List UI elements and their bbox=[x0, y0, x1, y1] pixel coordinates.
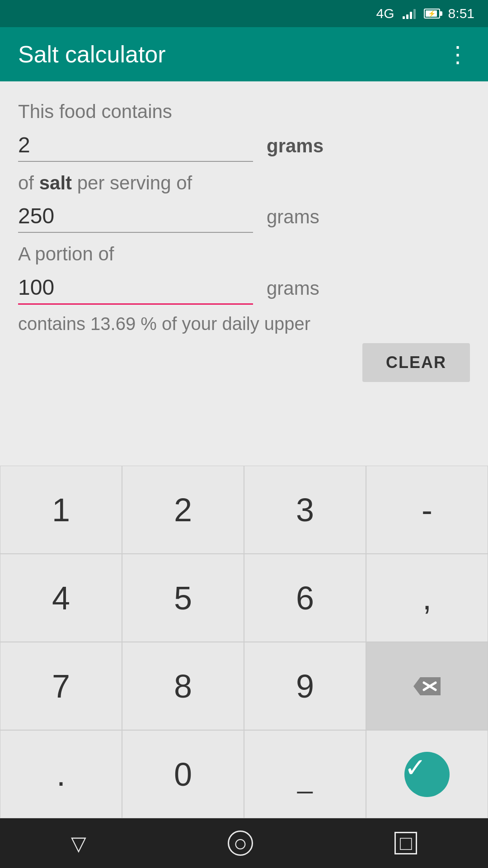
signal-label: 4G bbox=[376, 6, 394, 21]
portion-value-input[interactable] bbox=[18, 271, 253, 305]
main-content: This food contains grams of salt per ser… bbox=[0, 81, 488, 466]
key-comma[interactable]: , bbox=[366, 554, 488, 642]
salt-serving-label: of salt per serving of bbox=[18, 171, 470, 196]
signal-icon bbox=[403, 8, 416, 19]
portion-label: A portion of bbox=[18, 242, 470, 267]
key-0[interactable]: 0 bbox=[122, 730, 244, 818]
key-8[interactable]: 8 bbox=[122, 642, 244, 730]
intro-text: This food contains bbox=[18, 99, 470, 124]
clear-row: CLEAR bbox=[18, 343, 470, 382]
key-minus[interactable]: - bbox=[366, 466, 488, 554]
back-button[interactable]: ▽ bbox=[71, 832, 86, 855]
serving-unit-label: grams bbox=[267, 206, 319, 228]
key-confirm[interactable]: ✓ bbox=[404, 752, 450, 797]
key-7[interactable]: 7 bbox=[0, 642, 122, 730]
svg-marker-0 bbox=[413, 677, 441, 695]
time-display: 8:51 bbox=[448, 6, 474, 21]
portion-unit-label: grams bbox=[267, 278, 319, 299]
serving-value-input[interactable] bbox=[18, 200, 253, 233]
recent-button[interactable]: □ bbox=[394, 832, 417, 854]
key-dot[interactable]: . bbox=[0, 730, 122, 818]
backspace-icon bbox=[411, 675, 443, 698]
key-backspace[interactable] bbox=[366, 642, 488, 730]
status-bar: 4G ⚡ 8:51 bbox=[0, 0, 488, 27]
key-2[interactable]: 2 bbox=[122, 466, 244, 554]
confirm-icon: ✓ bbox=[404, 753, 427, 782]
key-5[interactable]: 5 bbox=[122, 554, 244, 642]
battery-icon: ⚡ bbox=[424, 9, 440, 19]
portion-input-row: grams bbox=[18, 271, 470, 305]
key-9[interactable]: 9 bbox=[244, 642, 366, 730]
key-1[interactable]: 1 bbox=[0, 466, 122, 554]
key-4[interactable]: 4 bbox=[0, 554, 122, 642]
overflow-menu-icon[interactable]: ⋮ bbox=[446, 43, 470, 66]
salt-value-input[interactable] bbox=[18, 129, 253, 162]
nav-bar: ▽ ○ □ bbox=[0, 818, 488, 868]
result-text: contains 13.69 % of your daily upper bbox=[18, 314, 470, 334]
salt-input-row: grams bbox=[18, 129, 470, 162]
key-6[interactable]: 6 bbox=[244, 554, 366, 642]
clear-button[interactable]: CLEAR bbox=[362, 343, 470, 382]
key-3[interactable]: 3 bbox=[244, 466, 366, 554]
home-button[interactable]: ○ bbox=[228, 830, 253, 856]
key-underscore[interactable]: _ bbox=[244, 730, 366, 818]
key-confirm-cell[interactable]: ✓ bbox=[366, 730, 488, 818]
salt-unit-label: grams bbox=[267, 135, 324, 157]
toolbar: Salt calculator ⋮ bbox=[0, 27, 488, 81]
app-title: Salt calculator bbox=[18, 41, 166, 68]
serving-input-row: grams bbox=[18, 200, 470, 233]
keypad: 1 2 3 - 4 5 6 , 7 8 9 . 0 _ ✓ bbox=[0, 466, 488, 818]
